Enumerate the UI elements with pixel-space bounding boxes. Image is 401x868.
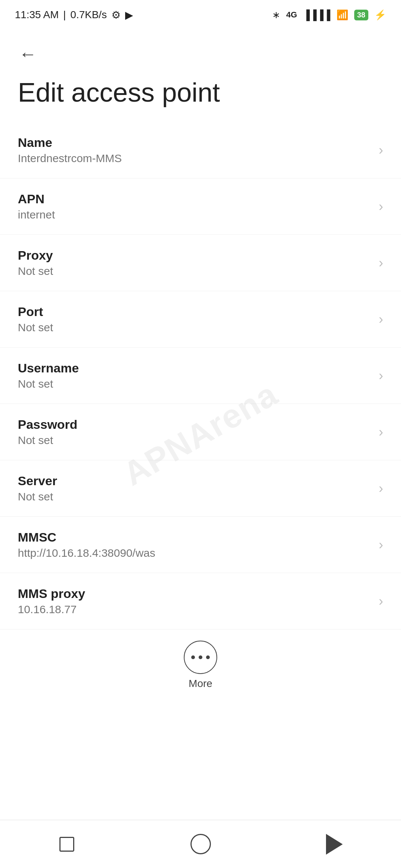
settings-item-username-content: Username Not set xyxy=(18,361,371,390)
settings-item-mmsc-content: MMSC http://10.16.18.4:38090/was xyxy=(18,530,371,559)
nav-recent-icon xyxy=(59,837,74,852)
settings-item-mms-proxy-content: MMS proxy 10.16.18.77 xyxy=(18,586,371,616)
settings-item-apn-content: APN internet xyxy=(18,192,371,221)
settings-item-password-value: Not set xyxy=(18,434,371,447)
status-left: 11:35 AM | 0.7KB/s ⚙ ▶ xyxy=(15,9,133,21)
chevron-server-icon: › xyxy=(379,481,383,496)
chevron-password-icon: › xyxy=(379,424,383,440)
more-dot-1 xyxy=(191,655,195,659)
settings-list: Name Interdnestrcom-MMS › APN internet ›… xyxy=(0,122,401,629)
back-arrow-icon: ← xyxy=(19,44,37,64)
page-title: Edit access point xyxy=(0,70,401,122)
chevron-port-icon: › xyxy=(379,312,383,327)
status-bar: 11:35 AM | 0.7KB/s ⚙ ▶ ∗ 4G ▐▐▐▐ 📶 38 ⚡ xyxy=(0,0,401,30)
status-network-speed: 0.7KB/s xyxy=(71,9,107,21)
settings-item-server-label: Server xyxy=(18,474,371,488)
settings-item-mms-proxy-label: MMS proxy xyxy=(18,586,371,601)
status-right: ∗ 4G ▐▐▐▐ 📶 38 ⚡ xyxy=(272,9,386,21)
more-label: More xyxy=(189,678,212,690)
settings-item-username-label: Username xyxy=(18,361,371,375)
status-speed: | xyxy=(63,9,66,21)
more-dot-2 xyxy=(199,655,202,659)
nav-recent-button[interactable] xyxy=(45,829,89,859)
nav-back-button[interactable] xyxy=(312,829,356,859)
video-icon: ▶ xyxy=(125,9,133,21)
status-time: 11:35 AM xyxy=(15,9,59,21)
settings-item-password-content: Password Not set xyxy=(18,417,371,447)
nav-home-icon xyxy=(190,834,211,854)
wifi-icon: 📶 xyxy=(336,9,348,21)
charging-icon: ⚡ xyxy=(374,9,386,21)
settings-item-port[interactable]: Port Not set › xyxy=(0,291,401,348)
settings-item-server-value: Not set xyxy=(18,490,371,503)
more-dot-3 xyxy=(206,655,210,659)
chevron-apn-icon: › xyxy=(379,199,383,214)
nav-bar xyxy=(0,820,401,868)
main-content: APNArena ← Edit access point Name Interd… xyxy=(0,30,401,756)
settings-item-name[interactable]: Name Interdnestrcom-MMS › xyxy=(0,122,401,178)
settings-item-name-value: Interdnestrcom-MMS xyxy=(18,152,371,165)
settings-item-port-value: Not set xyxy=(18,321,371,334)
settings-item-mmsc-label: MMSC xyxy=(18,530,371,545)
settings-item-name-content: Name Interdnestrcom-MMS xyxy=(18,135,371,165)
chevron-mmsc-icon: › xyxy=(379,537,383,553)
nav-home-button[interactable] xyxy=(178,829,223,859)
settings-item-apn-value: internet xyxy=(18,208,371,221)
settings-item-mms-proxy[interactable]: MMS proxy 10.16.18.77 › xyxy=(0,573,401,629)
settings-item-mmsc[interactable]: MMSC http://10.16.18.4:38090/was › xyxy=(0,517,401,573)
chevron-mms-proxy-icon: › xyxy=(379,594,383,609)
settings-item-apn[interactable]: APN internet › xyxy=(0,178,401,235)
settings-icon: ⚙ xyxy=(111,9,121,21)
signal-bars-icon: ▐▐▐▐ xyxy=(303,9,330,21)
chevron-name-icon: › xyxy=(379,142,383,158)
back-button[interactable]: ← xyxy=(15,41,41,67)
battery-indicator: 38 xyxy=(354,10,368,20)
settings-item-username-value: Not set xyxy=(18,378,371,390)
settings-item-port-content: Port Not set xyxy=(18,305,371,334)
settings-item-apn-label: APN xyxy=(18,192,371,206)
settings-item-proxy-label: Proxy xyxy=(18,248,371,263)
chevron-proxy-icon: › xyxy=(379,255,383,271)
settings-item-server[interactable]: Server Not set › xyxy=(0,460,401,517)
settings-item-name-label: Name xyxy=(18,135,371,150)
back-area: ← xyxy=(0,30,401,70)
settings-item-port-label: Port xyxy=(18,305,371,319)
nav-back-icon xyxy=(326,834,343,855)
settings-item-mmsc-value: http://10.16.18.4:38090/was xyxy=(18,547,371,559)
more-section: More xyxy=(0,629,401,697)
settings-item-password-label: Password xyxy=(18,417,371,432)
chevron-username-icon: › xyxy=(379,368,383,384)
settings-item-proxy-value: Not set xyxy=(18,265,371,277)
settings-item-password[interactable]: Password Not set › xyxy=(0,404,401,460)
settings-item-proxy-content: Proxy Not set xyxy=(18,248,371,277)
signal-4g-icon: 4G xyxy=(286,10,297,20)
settings-item-mms-proxy-value: 10.16.18.77 xyxy=(18,603,371,616)
more-button[interactable] xyxy=(184,641,217,674)
settings-item-server-content: Server Not set xyxy=(18,474,371,503)
more-dots-icon xyxy=(191,655,210,659)
bluetooth-icon: ∗ xyxy=(272,9,280,21)
settings-item-username[interactable]: Username Not set › xyxy=(0,348,401,404)
settings-item-proxy[interactable]: Proxy Not set › xyxy=(0,235,401,291)
